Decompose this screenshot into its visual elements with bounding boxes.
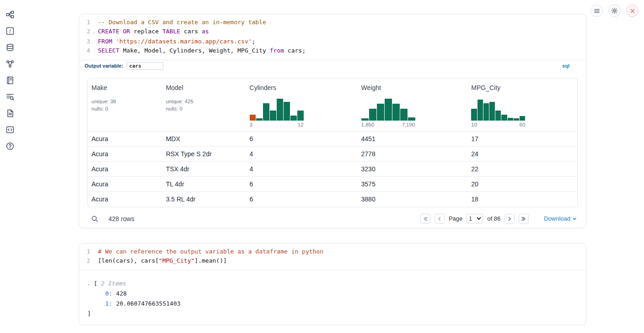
histogram-bars [361,97,415,121]
output-variable-input[interactable] [127,62,163,70]
table-footer: 428 rows Page 1 of 86 Downl [87,212,578,226]
entry-value: 428 [116,289,127,299]
svg-text:f: f [10,29,11,34]
language-badge: sql [562,63,569,69]
tree-entries: 0:4281:20.060747663551403 [87,289,578,309]
table-cell: 6 [246,177,358,192]
table-cell: 20 [467,177,577,192]
next-page-button[interactable] [504,214,515,224]
histogram-bar [520,116,525,121]
entry-value: 20.060747663551403 [116,299,181,309]
table-cell: 6 [246,192,358,207]
python-code-editor[interactable]: 1# We can reference the output variable … [79,243,586,270]
search-icon[interactable] [91,215,98,222]
previous-page-button[interactable] [435,214,445,224]
column-histogram: 1060 [471,97,525,127]
table-cell: Acura [88,192,162,207]
table-row[interactable]: AcuraMDX6445117 [88,132,577,147]
table-cell: RSX Type S 2dr [162,147,246,162]
fold-spacer [90,247,98,256]
entry-key: 1: [105,299,113,309]
histogram-bar [495,111,501,121]
output-entry: 1:20.060747663551403 [87,299,578,309]
top-right-toolbar [590,5,639,17]
column-header[interactable]: Weight1,8507,190 [358,79,468,132]
column-name: Model [166,84,242,91]
first-page-button[interactable] [420,214,430,224]
collapse-chevron-icon[interactable]: ⌄ [87,279,94,289]
table-row[interactable]: Acura3.5 RL 4dr6388018 [88,192,577,207]
row-count: 428 rows [108,215,134,222]
snippets-icon[interactable] [4,123,16,136]
table-cell: Acura [88,162,162,177]
left-sidebar: f [4,8,16,153]
page-total-label: of 86 [487,215,500,222]
sql-output-area: Makeunique: 38nulls: 0Modelunique: 425nu… [79,71,586,226]
column-histogram: 312 [250,97,304,127]
logs-icon[interactable] [4,90,16,103]
table-row[interactable]: AcuraTL 4dr6357520 [88,177,577,192]
histogram-bar [478,100,483,121]
sql-cell: 1-- Download a CSV and create an in-memo… [79,14,586,228]
column-name: Weight [361,84,464,91]
page-select[interactable]: 1 [467,214,483,223]
code-text: [len(cars), cars["MPG_City"].mean()] [98,256,227,265]
notebook-icon[interactable] [4,74,16,87]
datasources-icon[interactable] [4,41,16,54]
histogram-bar [297,111,304,121]
table-cell: Acura [88,132,162,147]
histogram-bars [250,97,304,121]
code-text: -- Download a CSV and create an in-memor… [98,18,266,27]
code-line[interactable]: 2[len(cars), cars["MPG_City"].mean()] [79,256,586,265]
tree-root-line: ⌄ [ 2 Items [87,279,578,289]
fold-marker-icon[interactable]: ⌄ [90,27,98,37]
fold-spacer [90,46,98,55]
table-cell: 3.5 RL 4dr [162,192,246,207]
download-button[interactable]: Download [544,215,577,222]
column-histogram: 1,8507,190 [361,97,415,127]
histogram-bar [263,103,269,121]
python-cell: 1# We can reference the output variable … [79,243,586,325]
code-line[interactable]: 1-- Download a CSV and create an in-memo… [79,18,586,27]
column-header[interactable]: Makeunique: 38nulls: 0 [88,79,162,132]
documentation-icon[interactable] [4,107,16,120]
table-row[interactable]: AcuraTSX 4dr4323022 [88,162,577,177]
table-cell: 3230 [358,162,468,177]
histogram-bar [392,104,400,121]
histogram-bar [501,115,507,121]
table-cell: 22 [467,162,577,177]
column-header[interactable]: Modelunique: 425nulls: 0 [162,79,246,132]
dependencies-icon[interactable] [4,58,16,70]
settings-gear-icon[interactable] [608,5,621,17]
code-line[interactable]: 4SELECT Make, Model, Cylinders, Weight, … [79,46,586,55]
output-variable-label: Output variable: [85,63,123,69]
histogram-bar [361,118,369,121]
dataframe-table: Makeunique: 38nulls: 0Modelunique: 425nu… [87,78,578,207]
column-stats: unique: 425nulls: 0 [166,98,242,112]
code-line[interactable]: 3FROM 'https://datasets.marimo.app/cars.… [79,37,586,46]
entry-key: 0: [105,289,113,299]
column-stats: unique: 38nulls: 0 [91,98,159,112]
histogram-bar [277,99,283,121]
column-header[interactable]: Cylinders312 [246,79,358,132]
items-count-label: 2 Items [101,279,126,289]
sql-code-editor[interactable]: 1-- Download a CSV and create an in-memo… [79,14,586,60]
table-cell: 2778 [358,147,468,162]
help-icon[interactable] [4,140,16,153]
code-line[interactable]: 1# We can reference the output variable … [79,247,586,256]
histogram-axis: 1,8507,190 [361,122,415,127]
table-cell: 4 [246,162,358,177]
last-page-button[interactable] [519,214,529,224]
line-number: 2 [79,27,90,37]
code-line[interactable]: 2⌄CREATE OR replace TABLE cars as [79,27,586,37]
tree-close-line: ] [87,309,578,319]
menu-icon[interactable] [590,5,603,17]
table-row[interactable]: AcuraRSX Type S 2dr4277824 [88,147,577,162]
close-icon[interactable] [626,5,639,17]
code-text: CREATE OR replace TABLE cars as [98,27,209,37]
bracket-close: ] [87,309,91,319]
column-header[interactable]: MPG_City1060 [467,79,577,132]
scratchpad-icon[interactable]: f [4,25,16,37]
file-explorer-icon[interactable] [4,8,16,21]
histogram-bar [284,102,290,121]
